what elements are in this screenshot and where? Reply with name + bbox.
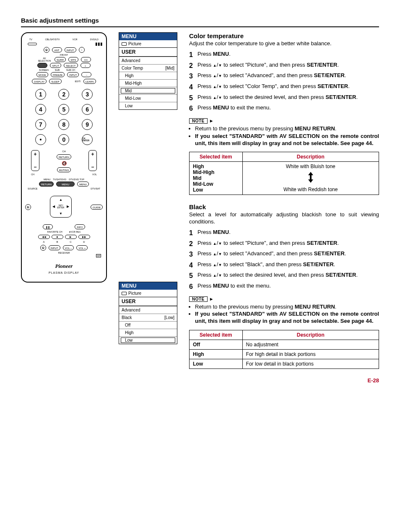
mts-button[interactable]: MTS <box>68 57 78 62</box>
desc-off: No adjustment <box>242 340 379 350</box>
desc-bluish: White with Bluish tone <box>246 163 375 169</box>
input-button[interactable]: INPUT <box>65 47 76 52</box>
desc-low-b: For low detail in black portions <box>242 359 379 369</box>
num-2[interactable]: 2 <box>58 89 69 100</box>
lbl-sub: SUB <box>52 69 63 71</box>
opt-midlow: Mid-Low <box>119 94 177 102</box>
desc-high-b: For high detail in black portions <box>242 350 379 359</box>
guide-button[interactable]: GUIDE <box>91 205 103 210</box>
num-4[interactable]: 4 <box>35 104 46 115</box>
opt-mid: Mid <box>125 88 132 93</box>
stop-button[interactable]: ■ <box>52 235 63 239</box>
lbl-d: D <box>78 241 90 243</box>
ant-button[interactable]: ANT <box>52 47 62 52</box>
freeze-button[interactable]: FREEZE <box>51 72 65 77</box>
steps-black: 1Press MENU.2Press / to select "Picture"… <box>189 228 379 291</box>
sel-high: High <box>193 163 239 169</box>
num-7[interactable]: 7 <box>35 119 46 130</box>
opt-low: Low <box>119 102 177 109</box>
mute-icon: 🔇 <box>62 161 67 166</box>
lbl-vol: VOL <box>92 173 97 176</box>
rewind-button[interactable]: ◀◀ <box>38 235 50 239</box>
avsel-button[interactable] <box>37 63 47 68</box>
num-0[interactable]: 0 <box>58 134 69 145</box>
set-enter-button[interactable]: SET/ ENTER <box>57 203 65 210</box>
rcv-volminus-button[interactable]: VOL – <box>63 245 74 250</box>
lbl-c: C <box>65 241 77 243</box>
th-selected-2: Selected item <box>190 330 243 340</box>
lbl-a: A <box>38 241 50 243</box>
number-pad: 1 2 3 4 5 6 7 8 9 • 0 CH ENTER <box>25 86 103 148</box>
power-button[interactable]: ⏻ <box>44 47 49 53</box>
sel-midhigh: Mid-High <box>193 169 239 175</box>
rcv-input-button[interactable]: INPUT <box>49 245 60 250</box>
mode-slider <box>28 43 37 45</box>
menu-button[interactable]: MENU <box>56 182 75 187</box>
dpad[interactable]: ▲ ◀SET/ ENTER▶ ▼ <box>50 196 72 218</box>
learn-button[interactable]: LEARN <box>83 79 96 84</box>
lbl-tvsatdvd: TV/SAT/DVD <box>53 178 66 181</box>
table-black: Selected item Description OffNo adjustme… <box>189 330 379 369</box>
ff-button[interactable]: ▶▶ <box>78 235 90 239</box>
steps-color-temp: 1Press MENU.2Press / to select "Picture"… <box>189 50 379 113</box>
num-5[interactable]: 5 <box>58 104 69 115</box>
plus-button[interactable]: + <box>81 63 91 68</box>
rcv-power-button[interactable]: ⏻ <box>40 245 46 251</box>
lbl-avsel: AV SELECTION <box>37 57 52 62</box>
num-9[interactable]: 9 <box>82 119 93 130</box>
osd-menu-color-temp: MENU Picture USER Advanced Color Temp[Mi… <box>119 32 177 110</box>
sleep-button[interactable]: SLEEP <box>49 79 61 84</box>
th-desc: Description <box>242 152 379 162</box>
lbl-dtvdvdtop: DTV/DVD TOP <box>69 178 84 181</box>
source-power[interactable]: ⏻ <box>25 204 31 210</box>
num-1[interactable]: 1 <box>35 89 46 100</box>
num-3[interactable]: 3 <box>82 89 93 100</box>
rcv-volplus-button[interactable]: VOL + <box>76 245 88 250</box>
pause-button[interactable]: ❚❚ <box>43 224 53 229</box>
menu-value-2: [Low] <box>164 315 174 320</box>
updown-arrow-icon <box>309 173 313 182</box>
divider <box>21 26 379 27</box>
menu-button-2[interactable]: MENU <box>77 182 89 187</box>
page-number: E-28 <box>189 377 379 384</box>
menu-return-button[interactable]: RETURN <box>39 182 54 187</box>
lbl-subch: SUB CH <box>65 69 76 71</box>
lbl-favorite: FAVORITE CH <box>47 231 62 233</box>
input2-button[interactable]: INPUT <box>67 72 79 77</box>
ch-rocker[interactable]: +– <box>31 150 39 171</box>
heading-black: Black <box>189 203 379 210</box>
lbl-vcrrec: ●VCR REC <box>69 231 81 233</box>
mode-button[interactable]: MODE <box>36 72 48 77</box>
heading-color-temp: Color temperature <box>189 32 379 39</box>
remote-control-diagram: TV CBL/SAT/DTV VCR DVD/LD ▮▮▮ ⏻ ANT INPU… <box>21 32 107 283</box>
brand-subtitle: PLASMA DISPLAY <box>25 271 103 274</box>
minus-button[interactable]: – <box>81 72 91 77</box>
desc-reddish: White with Reddish tone <box>246 187 375 192</box>
ir-icon: ▮▮▮ <box>95 42 103 46</box>
menu-picture-2: Picture <box>128 291 141 296</box>
notes-black: Return to the previous menu by pressing … <box>189 304 379 325</box>
surr-button[interactable]: SURR <box>55 57 66 62</box>
lbl-vcr: VCR <box>73 38 78 41</box>
brand-logo: Pioneer <box>25 263 103 270</box>
intro-black: Select a level for automatically adjusti… <box>189 211 379 225</box>
return-button[interactable]: RETURN <box>57 154 71 159</box>
num-dot[interactable]: • <box>35 134 46 145</box>
opt-low-2: Low <box>125 338 132 343</box>
play-button[interactable]: ▶ <box>65 235 77 239</box>
select-button[interactable]: SELECT <box>64 63 78 68</box>
num-8[interactable]: 8 <box>58 119 69 130</box>
osd-menu-black: MENU Picture USER Advanced Black[Low] Of… <box>119 282 177 344</box>
lbl-sr: SR <box>96 254 101 257</box>
muting-button[interactable]: MUTING <box>57 167 71 172</box>
display-button[interactable]: DISPLAY <box>32 79 47 84</box>
lbl-cbl: CBL/SAT/DTV <box>45 38 60 41</box>
light-button[interactable]: ☼ <box>79 47 85 53</box>
vol-rocker[interactable]: +– <box>88 150 97 171</box>
info-button[interactable]: INFO <box>75 224 85 229</box>
th-selected: Selected item <box>190 152 243 162</box>
ch-enter-button[interactable]: CH ENTER <box>82 134 93 145</box>
num-6[interactable]: 6 <box>82 104 93 115</box>
split-button[interactable]: SPLIT <box>50 63 61 68</box>
cc-button[interactable]: CC <box>81 57 91 62</box>
